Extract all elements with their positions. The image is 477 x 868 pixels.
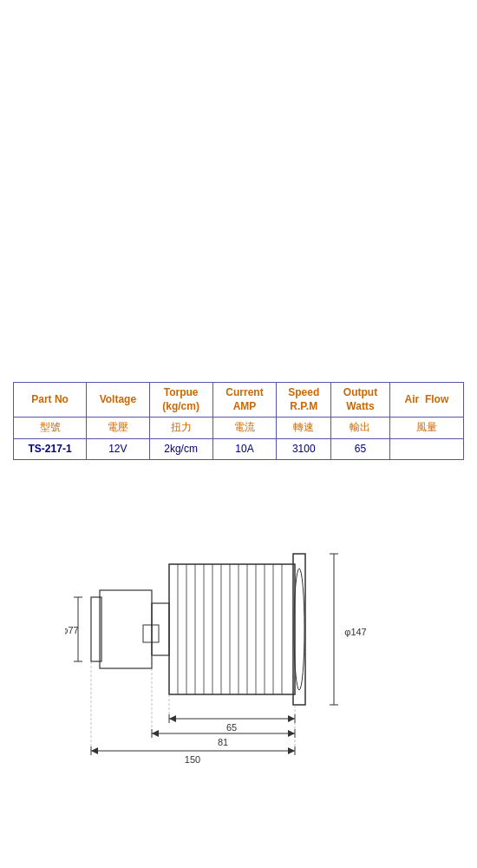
svg-text:150: 150 xyxy=(185,754,200,765)
svg-text:65: 65 xyxy=(226,722,237,733)
svg-marker-44 xyxy=(288,747,295,754)
page-wrapper: Part No Voltage Torpue(kg/cm) CurrentAMP… xyxy=(0,0,477,868)
cell-output: 65 xyxy=(331,438,390,460)
col-speed-cn: 轉速 xyxy=(277,418,331,439)
col-output-en: OutputWatts xyxy=(331,383,390,418)
cell-torque: 2kg/cm xyxy=(149,438,212,460)
svg-text:φ77: φ77 xyxy=(65,625,79,635)
col-airflow-en: Air Flow xyxy=(389,383,463,418)
table-section: Part No Voltage Torpue(kg/cm) CurrentAMP… xyxy=(13,382,464,460)
svg-marker-37 xyxy=(152,730,159,737)
svg-point-19 xyxy=(294,569,304,690)
svg-rect-0 xyxy=(100,590,152,668)
cell-voltage: 12V xyxy=(87,438,150,460)
col-voltage-cn: 電壓 xyxy=(87,418,150,439)
cell-current: 10A xyxy=(212,438,277,460)
header-row-en: Part No Voltage Torpue(kg/cm) CurrentAMP… xyxy=(14,383,464,418)
col-partno-en: Part No xyxy=(14,383,87,418)
spec-table: Part No Voltage Torpue(kg/cm) CurrentAMP… xyxy=(13,382,464,460)
col-airflow-cn: 風量 xyxy=(389,418,463,439)
svg-rect-4 xyxy=(169,564,295,694)
header-row-cn: 型號 電壓 扭力 電流 轉速 輸出 風量 xyxy=(14,418,464,439)
col-current-en: CurrentAMP xyxy=(212,383,277,418)
col-torque-cn: 扭力 xyxy=(149,418,212,439)
svg-text:81: 81 xyxy=(218,737,228,747)
svg-rect-2 xyxy=(143,625,159,642)
cell-partno: TS-217-1 xyxy=(14,438,87,460)
col-torque-en: Torpue(kg/cm) xyxy=(149,383,212,418)
table-row: TS-217-1 12V 2kg/cm 10A 3100 65 xyxy=(14,438,464,460)
col-speed-en: SpeedR.P.M xyxy=(277,383,331,418)
cell-airflow xyxy=(389,438,463,460)
col-partno-cn: 型號 xyxy=(14,418,87,439)
svg-marker-38 xyxy=(288,730,295,737)
svg-marker-32 xyxy=(288,715,295,722)
technical-diagram: φ77 φ147 65 81 xyxy=(65,495,412,773)
col-current-cn: 電流 xyxy=(212,418,277,439)
svg-marker-31 xyxy=(169,715,176,722)
diagram-section: φ77 φ147 65 81 xyxy=(13,495,464,773)
svg-marker-43 xyxy=(91,747,98,754)
svg-rect-3 xyxy=(152,603,169,655)
cell-speed: 3100 xyxy=(277,438,331,460)
col-voltage-en: Voltage xyxy=(87,383,150,418)
svg-text:φ147: φ147 xyxy=(344,627,367,637)
col-output-cn: 輸出 xyxy=(331,418,390,439)
